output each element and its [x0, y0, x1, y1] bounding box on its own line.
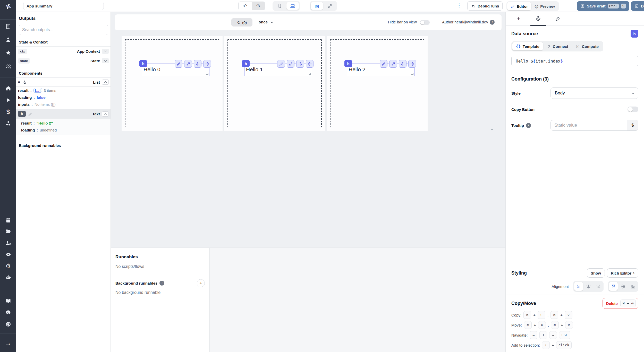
mobile-view-button[interactable] [274, 2, 286, 10]
insert-component-tab[interactable]: + [509, 12, 528, 25]
a-result-row[interactable]: result : [...] 3 items [16, 87, 111, 94]
move-icon[interactable] [203, 60, 211, 68]
kbd-cmd: ⌘ [551, 321, 559, 329]
array-chip[interactable]: [...] [33, 88, 42, 93]
runnables-panel: Runnables No scripts/flows Background ru… [111, 248, 210, 352]
docs-book-icon[interactable] [5, 298, 12, 304]
move-icon[interactable] [408, 60, 416, 68]
ai-robot-icon[interactable] [5, 274, 12, 281]
workspace-icon[interactable] [5, 23, 12, 30]
component-a-header[interactable]: a List [16, 77, 111, 87]
edit-pencil-icon[interactable] [28, 112, 32, 116]
editor-tab[interactable]: Editor [507, 2, 531, 10]
connect-tab[interactable]: Connect [543, 42, 572, 50]
style-select[interactable]: Body [550, 87, 638, 99]
align-top-button[interactable] [609, 282, 618, 291]
text-component-0[interactable]: b Hello 0 [142, 64, 209, 76]
resize-handle[interactable] [411, 73, 413, 75]
expand-icon[interactable] [287, 60, 294, 68]
list-cell-1[interactable]: b Hello 1 [224, 36, 325, 131]
styling-brush-tab[interactable] [548, 12, 567, 25]
schedules-calendar-icon[interactable] [5, 217, 12, 224]
delete-button[interactable]: Delete ⌘ + ⌫ [603, 298, 638, 309]
copy-button-toggle[interactable] [628, 107, 638, 112]
search-outputs-input[interactable] [19, 25, 108, 35]
compute-tab[interactable]: f Compute [572, 42, 602, 50]
tooltip-info-icon[interactable]: i [526, 123, 531, 128]
add-background-runnable-button[interactable]: + [197, 279, 205, 287]
desktop-view-button[interactable] [286, 2, 299, 10]
state-row[interactable]: state State [16, 56, 111, 65]
favorites-star-icon[interactable] [5, 49, 12, 56]
template-tab[interactable]: {} Template [512, 42, 543, 50]
device-toggle-group [273, 1, 300, 11]
workers-icon[interactable] [5, 240, 12, 246]
resize-handle[interactable] [309, 73, 311, 75]
show-styling-button[interactable]: Show [587, 268, 605, 278]
refresh-button[interactable]: ↻ (0) [231, 18, 252, 27]
preview-tab[interactable]: ◎ Preview [531, 2, 558, 10]
tooltip-input[interactable] [550, 120, 627, 131]
kbd-c: C [538, 311, 545, 319]
center-canvas-button[interactable]: |o| [311, 2, 323, 10]
text-component-1[interactable]: b Hello 1 [244, 64, 312, 76]
expand-icon[interactable] [184, 60, 192, 68]
groups-icon[interactable] [5, 63, 12, 70]
hide-bar-toggle[interactable] [420, 20, 430, 25]
deploy-button[interactable]: Deploy [631, 1, 644, 11]
expand-icon[interactable] [389, 60, 397, 68]
list-cell-0[interactable]: b Hello 0 [122, 36, 223, 131]
text-component-2[interactable]: b Hello 2 [347, 64, 414, 76]
align-bottom-button[interactable] [629, 282, 637, 291]
app-canvas[interactable]: ↻ (0) once Hide bar on view Author henri… [111, 12, 505, 248]
discord-icon[interactable] [5, 309, 12, 315]
kebab-menu-icon[interactable]: ⋮ [457, 2, 462, 8]
align-right-button[interactable] [594, 282, 603, 291]
background-runnables-info-icon[interactable]: i [159, 281, 164, 286]
resize-handle[interactable] [206, 73, 208, 75]
github-icon[interactable] [5, 321, 12, 328]
resources-icon[interactable] [5, 120, 12, 127]
frequency-dropdown[interactable]: once [259, 20, 273, 24]
windmill-logo-icon[interactable] [5, 3, 12, 10]
rich-editor-button[interactable]: Rich Editor › [607, 268, 638, 278]
settings-gear-icon[interactable]: ⚙ [5, 262, 12, 269]
align-center-h-button[interactable] [584, 282, 593, 291]
ctx-expand-chevron[interactable] [102, 49, 109, 54]
state-expand-chevron[interactable] [102, 58, 109, 63]
user-icon[interactable] [5, 36, 12, 43]
folders-icon[interactable] [5, 228, 12, 235]
edit-pencil-icon[interactable] [277, 60, 285, 68]
anchor-icon[interactable] [296, 60, 304, 68]
debug-runs-button[interactable]: Debug runs [467, 1, 503, 11]
home-icon[interactable] [5, 85, 12, 92]
align-center-v-button[interactable] [619, 282, 628, 291]
section-divider [16, 138, 111, 138]
anchor-icon[interactable] [194, 60, 201, 68]
fullscreen-button[interactable] [324, 2, 336, 10]
anchor-icon[interactable] [399, 60, 406, 68]
undo-button[interactable]: ↶ [239, 2, 252, 10]
variables-dollar-icon[interactable]: $ [5, 109, 12, 115]
audit-eye-icon[interactable] [5, 251, 12, 258]
collapse-arrow-icon[interactable]: → [5, 340, 12, 346]
runs-play-icon[interactable] [5, 97, 12, 103]
ctx-row[interactable]: ctx App Context [16, 46, 111, 56]
grid-resize-handle[interactable] [491, 127, 493, 130]
move-icon[interactable] [306, 60, 313, 68]
template-code-input[interactable]: Hello ${iter.index} [511, 56, 638, 66]
align-left-button[interactable] [574, 282, 583, 291]
save-draft-button[interactable]: Save draft Ctrl S [577, 1, 629, 11]
edit-pencil-icon[interactable] [380, 60, 387, 68]
component-settings-tab[interactable] [528, 12, 548, 25]
component-b-collapse[interactable] [102, 111, 109, 117]
app-summary-input[interactable] [23, 2, 104, 10]
runnables-title: Runnables [115, 254, 205, 260]
list-cell-2[interactable]: b Hello 2 [327, 36, 428, 131]
edit-pencil-icon[interactable] [175, 60, 182, 68]
component-a-collapse[interactable] [102, 80, 109, 85]
redo-button[interactable]: ↷ [252, 2, 265, 10]
dynamic-value-button[interactable]: $ [627, 120, 638, 131]
author-info-icon[interactable]: i [490, 20, 495, 25]
component-b-header[interactable]: b Text [16, 109, 111, 119]
